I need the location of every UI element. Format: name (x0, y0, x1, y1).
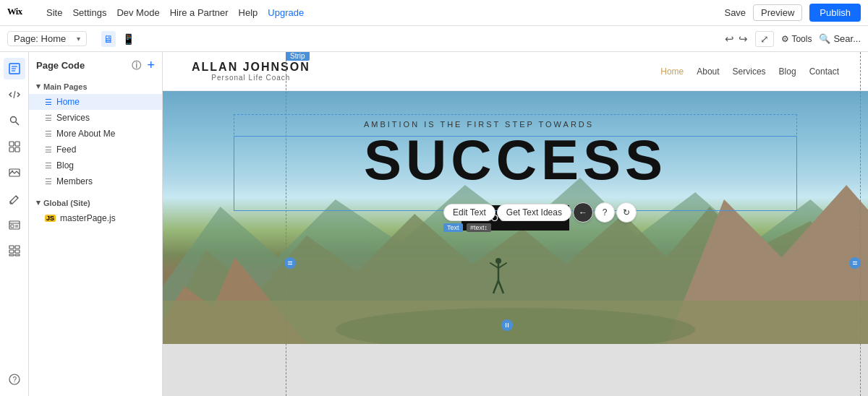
search-area[interactable]: 🔍 Sear... (819, 33, 861, 44)
sidebar-icon-pages[interactable] (4, 58, 25, 79)
sidebar-item-masterpage[interactable]: JS masterPage.js (29, 210, 162, 226)
page-selector[interactable]: Page: Home ▾ (7, 31, 87, 46)
svg-line-41 (498, 280, 503, 293)
svg-line-7 (15, 122, 19, 126)
nav-link-services[interactable]: Services (733, 66, 766, 77)
nav-settings[interactable]: Settings (72, 7, 106, 18)
sidebar-icon-grid[interactable] (4, 240, 25, 262)
svg-rect-23 (15, 246, 20, 249)
svg-point-13 (11, 171, 12, 172)
help-button[interactable]: ? (595, 202, 615, 223)
svg-line-39 (498, 263, 506, 268)
publish-button[interactable]: Publish (809, 4, 861, 22)
svg-rect-11 (15, 147, 20, 152)
nav-hire-partner[interactable]: Hire a Partner (170, 7, 229, 18)
more-about-me-label: More About Me (56, 129, 115, 139)
sidebar-item-blog[interactable]: ☰ Blog (29, 158, 162, 173)
device-icons: 🖥 📱 (101, 31, 137, 47)
sidebar-item-services[interactable]: ☰ Services (29, 110, 162, 126)
members-label: Members (56, 176, 93, 186)
editing-toolbar: Edit Text Get Text Ideas ← ? ↻ (443, 202, 637, 223)
section-arrow-icon: ▾ (36, 82, 41, 91)
tools-button[interactable]: ⚙ Tools (781, 34, 812, 44)
masterpage-label: masterPage.js (60, 213, 116, 223)
top-bar-nav: Site Settings Dev Mode Hire a Partner He… (46, 7, 304, 18)
text-badge-text: Text (443, 223, 463, 232)
tools-label: Tools (791, 34, 812, 44)
redo-button[interactable]: ↪ (739, 33, 748, 46)
get-text-ideas-button[interactable]: Get Text Ideas (497, 204, 571, 221)
site-logo: ALLAN JOHNSON Personal Life Coach (192, 61, 310, 82)
svg-rect-24 (9, 250, 14, 253)
sidebar-icon-question[interactable]: ? (4, 369, 25, 390)
sidebar-icon-add[interactable] (4, 136, 25, 158)
left-panel: Page Code ⓘ + ▾ Main Pages ☰ Home ☰ Serv… (29, 52, 163, 396)
main-pages-section[interactable]: ▾ Main Pages (29, 79, 162, 94)
hero-title: SUCCESS (364, 132, 667, 188)
panel-header: Page Code ⓘ + (29, 52, 162, 79)
nav-link-contact[interactable]: Contact (809, 66, 839, 77)
sidebar-icon-search[interactable] (4, 110, 25, 132)
svg-rect-9 (15, 142, 20, 146)
edit-text-button[interactable]: Edit Text (443, 204, 495, 221)
undo-redo: ↩ ↪ (725, 33, 748, 46)
sidebar-icon-code[interactable] (4, 84, 25, 106)
search-label: Sear... (833, 33, 861, 44)
svg-text:?: ? (12, 376, 17, 384)
more-options-button[interactable]: ↻ (616, 202, 637, 223)
svg-line-5 (14, 91, 15, 98)
feed-label: Feed (56, 145, 76, 155)
drag-handle-right[interactable] (849, 257, 861, 269)
nav-link-about[interactable]: About (697, 66, 719, 77)
global-site-section: ▾ Global (Site) JS masterPage.js (29, 195, 162, 226)
drag-handle-bottom[interactable] (501, 319, 513, 331)
sidebar-icon-pencil[interactable] (4, 188, 25, 210)
site-name: ALLAN JOHNSON (192, 61, 310, 74)
global-site-label: Global (Site) (43, 199, 90, 207)
svg-line-14 (16, 196, 18, 198)
global-site-header[interactable]: ▾ Global (Site) (29, 195, 162, 210)
canvas-area[interactable]: Strip ALLAN JOHNSON Personal Life Coach … (163, 52, 868, 396)
main-layout: ? Page Code ⓘ + ▾ Main Pages ☰ Home ☰ Se… (0, 52, 868, 396)
hero-person (488, 257, 509, 299)
undo-button[interactable]: ↩ (725, 33, 734, 46)
arrow-left-button[interactable]: ← (573, 202, 593, 223)
desktop-icon[interactable]: 🖥 (101, 31, 116, 47)
sidebar-item-feed[interactable]: ☰ Feed (29, 142, 162, 158)
nav-site[interactable]: Site (46, 7, 62, 18)
svg-rect-22 (9, 246, 14, 249)
page-icon: ☰ (45, 98, 52, 107)
info-icon[interactable]: ⓘ (132, 59, 141, 72)
svg-point-6 (10, 117, 16, 123)
drag-handle-left[interactable] (284, 257, 296, 269)
site-nav: Home About Services Blog Contact (660, 66, 839, 77)
blog-label: Blog (56, 160, 74, 171)
sidebar-item-more-about-me[interactable]: ☰ More About Me (29, 126, 162, 142)
nav-link-home[interactable]: Home (660, 66, 684, 77)
nav-dev-mode[interactable]: Dev Mode (116, 7, 159, 18)
svg-text:Wix: Wix (7, 7, 23, 17)
page-icon-feed: ☰ (45, 145, 52, 155)
sidebar-item-members[interactable]: ☰ Members (29, 173, 162, 189)
main-pages-label: Main Pages (43, 82, 88, 91)
mobile-icon[interactable]: 📱 (120, 31, 137, 47)
page-icon-members: ☰ (45, 177, 52, 186)
sidebar-icon-media[interactable] (4, 162, 25, 184)
sidebar-icon-apps[interactable] (4, 214, 25, 236)
wix-logo: Wix (7, 5, 35, 20)
preview-button[interactable]: Preview (753, 4, 802, 21)
global-arrow-icon: ▾ (36, 198, 41, 207)
js-icon: JS (45, 215, 56, 222)
nav-upgrade[interactable]: Upgrade (268, 7, 304, 18)
sidebar-item-home[interactable]: ☰ Home (29, 94, 162, 110)
strip-label: Strip (286, 52, 310, 61)
home-label: Home (56, 97, 80, 107)
save-button[interactable]: Save (724, 7, 746, 18)
nav-help[interactable]: Help (239, 7, 258, 18)
add-section-button[interactable]: + (147, 58, 155, 73)
website-preview: Strip ALLAN JOHNSON Personal Life Coach … (163, 52, 868, 396)
zoom-button[interactable]: ⤢ (755, 31, 774, 47)
nav-link-blog[interactable]: Blog (779, 66, 796, 77)
svg-rect-27 (15, 254, 20, 256)
page-label: Page: Home (14, 33, 66, 44)
